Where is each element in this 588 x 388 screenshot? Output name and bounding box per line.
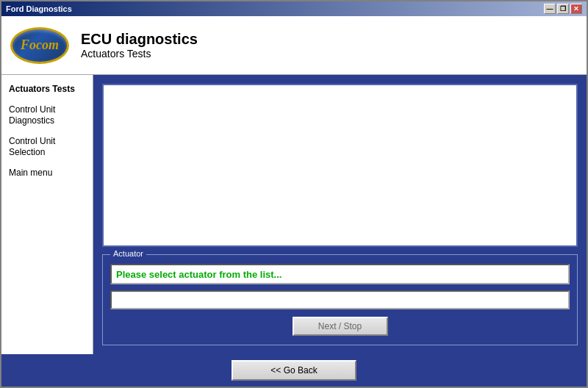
sidebar: Actuators Tests Control Unit Diagnostics… xyxy=(1,75,93,354)
title-bar: Ford Diagnostics — ❐ ✕ xyxy=(1,1,587,16)
actuator-group: Actuator Please select actuator from the… xyxy=(102,254,578,345)
focom-logo: Focom xyxy=(10,27,69,64)
actuator-group-label: Actuator xyxy=(110,249,146,258)
actuator-value-field[interactable] xyxy=(110,290,570,309)
header-main-title: ECU diagnostics xyxy=(81,31,198,48)
header-titles: ECU diagnostics Actuators Tests xyxy=(81,31,198,60)
close-button[interactable]: ✕ xyxy=(570,4,582,14)
title-bar-buttons: — ❐ ✕ xyxy=(544,4,582,14)
sidebar-item-main-menu[interactable]: Main menu xyxy=(4,165,90,182)
sidebar-item-actuators-tests[interactable]: Actuators Tests xyxy=(4,81,90,98)
window-title: Ford Diagnostics xyxy=(6,4,72,13)
header-sub-title: Actuators Tests xyxy=(81,48,198,60)
sidebar-item-control-unit-selection[interactable]: Control Unit Selection xyxy=(4,133,90,162)
app-header: Focom ECU diagnostics Actuators Tests xyxy=(1,16,587,75)
main-panel: Actuator Please select actuator from the… xyxy=(93,75,587,354)
next-stop-button[interactable]: Next / Stop xyxy=(293,317,388,336)
go-back-button[interactable]: << Go Back xyxy=(232,360,356,381)
actuator-select-display[interactable]: Please select actuator from the list... xyxy=(110,264,570,284)
minimize-button[interactable]: — xyxy=(544,4,556,14)
restore-button[interactable]: ❐ xyxy=(557,4,569,14)
actuator-placeholder-text: Please select actuator from the list... xyxy=(116,269,282,280)
content-area: Actuators Tests Control Unit Diagnostics… xyxy=(1,75,587,354)
bottom-bar: << Go Back xyxy=(1,354,587,387)
sidebar-item-control-unit-diagnostics[interactable]: Control Unit Diagnostics xyxy=(4,101,90,130)
content-display-area xyxy=(102,84,578,247)
main-window: Ford Diagnostics — ❐ ✕ Focom ECU diagnos… xyxy=(0,0,588,388)
logo-text: Focom xyxy=(21,37,59,53)
